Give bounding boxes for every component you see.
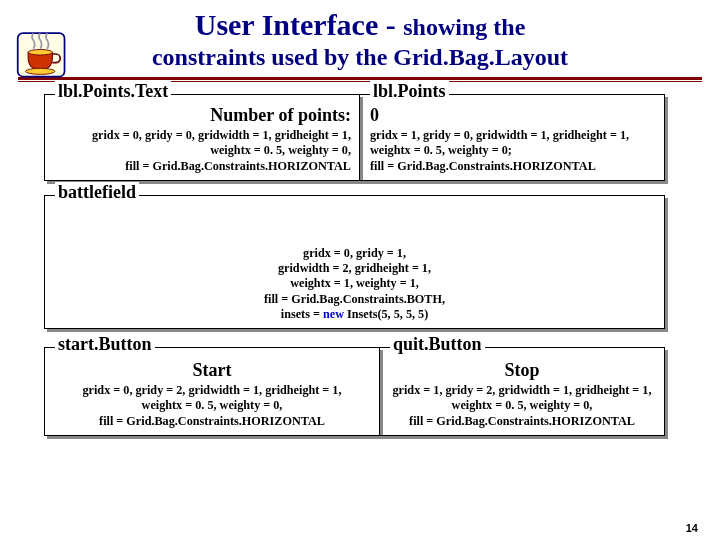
constraints-lblpointstext: gridx = 0, gridy = 0, gridwidth = 1, gri… — [53, 128, 351, 174]
value-number-of-points-label: Number of points: — [53, 105, 351, 126]
constraint-line: weightx = 0. 5, weighty = 0, — [53, 398, 371, 413]
constraints-lblpoints: gridx = 1, gridy = 0, gridwidth = 1, gri… — [368, 128, 656, 174]
constraint-line: weightx = 0. 5, weighty = 0; — [370, 143, 656, 158]
slide-header: User Interface - showing the constraints… — [0, 0, 720, 71]
constraint-line: fill = Grid.Bag.Constraints.HORIZONTAL — [53, 414, 371, 429]
page-number: 14 — [686, 522, 698, 534]
constraint-line: gridx = 1, gridy = 2, gridwidth = 1, gri… — [388, 383, 656, 398]
constraint-line: weightx = 0. 5, weighty = 0, — [53, 143, 351, 158]
row-top: lbl.Points.Text Number of points: gridx … — [44, 94, 686, 181]
legend-quitbutton: quit.Button — [390, 334, 485, 355]
legend-battlefield: battlefield — [55, 182, 139, 203]
constraint-line: insets = new Insets(5, 5, 5, 5) — [53, 307, 656, 322]
slide-title: User Interface - showing the constraints… — [20, 8, 700, 71]
constraint-line: weightx = 0. 5, weighty = 0, — [388, 398, 656, 413]
constraint-line: gridx = 0, gridy = 0, gridwidth = 1, gri… — [53, 128, 351, 143]
legend-startbutton: start.Button — [55, 334, 155, 355]
group-lblpointstext: lbl.Points.Text Number of points: gridx … — [44, 94, 360, 181]
legend-lblpoints: lbl.Points — [370, 81, 449, 102]
constraint-text: insets = — [281, 307, 323, 321]
row-middle: battlefield gridx = 0, gridy = 1, gridwi… — [44, 195, 686, 329]
svg-point-1 — [28, 49, 52, 55]
value-points-count: 0 — [368, 105, 656, 126]
legend-lblpointstext: lbl.Points.Text — [55, 81, 171, 102]
constraint-line: fill = Grid.Bag.Constraints.HORIZONTAL — [53, 159, 351, 174]
label-start: Start — [53, 360, 371, 381]
constraint-line: gridx = 0, gridy = 2, gridwidth = 1, gri… — [53, 383, 371, 398]
constraint-line: gridx = 1, gridy = 0, gridwidth = 1, gri… — [370, 128, 656, 143]
title-subtext: showing the — [403, 14, 525, 40]
slide-content: lbl.Points.Text Number of points: gridx … — [0, 82, 720, 436]
row-bottom: start.Button Start gridx = 0, gridy = 2,… — [44, 347, 686, 436]
label-stop: Stop — [388, 360, 656, 381]
svg-point-2 — [26, 68, 55, 74]
constraint-line: fill = Grid.Bag.Constraints.BOTH, — [53, 292, 656, 307]
coffee-cup-icon — [16, 28, 68, 80]
group-startbutton: start.Button Start gridx = 0, gridy = 2,… — [44, 347, 380, 436]
group-lblpoints: lbl.Points 0 gridx = 1, gridy = 0, gridw… — [359, 94, 665, 181]
group-battlefield: battlefield gridx = 0, gridy = 1, gridwi… — [44, 195, 665, 329]
constraint-line: weightx = 1, weighty = 1, — [53, 276, 656, 291]
title-line-2: constraints used by the Grid.Bag.Layout — [20, 44, 700, 71]
constraint-line: fill = Grid.Bag.Constraints.HORIZONTAL — [388, 414, 656, 429]
constraints-startbutton: gridx = 0, gridy = 2, gridwidth = 1, gri… — [53, 383, 371, 429]
constraint-line: fill = Grid.Bag.Constraints.HORIZONTAL — [370, 159, 656, 174]
title-main: User Interface - — [195, 8, 404, 41]
constraint-line: gridwidth = 2, gridheight = 1, — [53, 261, 656, 276]
constraints-battlefield: gridx = 0, gridy = 1, gridwidth = 2, gri… — [53, 206, 656, 322]
group-quitbutton: quit.Button Stop gridx = 1, gridy = 2, g… — [379, 347, 665, 436]
constraint-line: gridx = 0, gridy = 1, — [53, 246, 656, 261]
constraint-text: Insets(5, 5, 5, 5) — [344, 307, 428, 321]
keyword-new: new — [323, 307, 344, 321]
constraints-quitbutton: gridx = 1, gridy = 2, gridwidth = 1, gri… — [388, 383, 656, 429]
